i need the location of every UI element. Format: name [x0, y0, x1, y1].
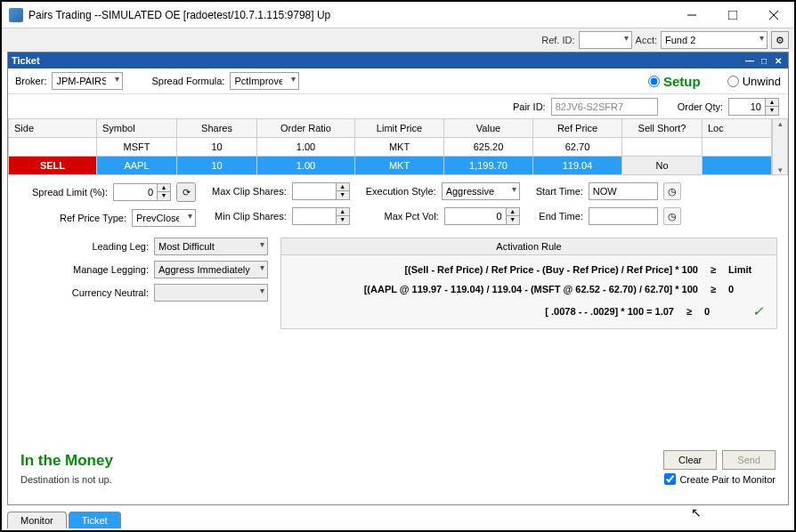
- acct-combo[interactable]: [661, 31, 768, 49]
- check-icon: ✓: [752, 303, 764, 319]
- exec-style-label: Execution Style:: [366, 186, 436, 197]
- clock-icon: ◷: [668, 211, 677, 222]
- col-loc[interactable]: Loc: [703, 118, 772, 138]
- col-side[interactable]: Side: [8, 118, 97, 138]
- clear-button[interactable]: Clear: [663, 450, 717, 470]
- money-status: In the Money: [20, 452, 113, 470]
- cell-side: SELL: [8, 157, 97, 175]
- unwind-radio-input[interactable]: [727, 76, 739, 87]
- destination-status: Destination is not up.: [20, 474, 664, 485]
- cell-symbol: AAPL: [97, 157, 177, 175]
- start-time-label: Start Time:: [536, 186, 583, 197]
- grid-scrollbar[interactable]: ▴▾: [772, 118, 788, 175]
- grid-header-row: Side Symbol Shares Order Ratio Limit Pri…: [8, 118, 772, 138]
- col-limit-price[interactable]: Limit Price: [355, 118, 444, 138]
- lower-area: Leading Leg: Manage Legging: Currency Ne…: [8, 234, 788, 333]
- end-time-clock-button[interactable]: ◷: [663, 207, 681, 225]
- bottom-tabs: Monitor Ticket: [7, 512, 123, 528]
- order-qty-field[interactable]: [728, 98, 766, 116]
- pair-row: Pair ID: Order Qty: ▲▼: [8, 93, 788, 118]
- max-clip-field[interactable]: [292, 182, 337, 200]
- ref-id-label: Ref. ID:: [541, 35, 574, 45]
- activation-rule-title: Activation Rule: [281, 238, 776, 255]
- pair-id-label: Pair ID:: [513, 101, 546, 112]
- panel-close-button[interactable]: ✕: [772, 54, 784, 67]
- refresh-button[interactable]: ⟳: [176, 182, 196, 202]
- panel-maximize-button[interactable]: □: [758, 54, 770, 67]
- panel-minimize-button[interactable]: —: [743, 54, 756, 67]
- spread-limit-label: Spread Limit (%):: [19, 187, 108, 197]
- cell-order-ratio: 1.00: [257, 138, 355, 157]
- manage-legging-label: Manage Legging:: [60, 264, 149, 275]
- max-clip-label: Max Clip Shares:: [212, 186, 287, 197]
- activation-op: ≥: [711, 284, 716, 294]
- close-button[interactable]: [753, 2, 794, 28]
- cell-value: 1,199.70: [444, 157, 533, 175]
- cell-shares: 10: [177, 138, 257, 157]
- end-time-label: End Time:: [539, 211, 583, 222]
- legs-grid: Side Symbol Shares Order Ratio Limit Pri…: [8, 118, 788, 175]
- cell-limit-price: MKT: [355, 157, 444, 175]
- tab-monitor[interactable]: Monitor: [7, 512, 67, 528]
- setup-radio[interactable]: Setup: [648, 74, 701, 89]
- minimize-button[interactable]: [671, 2, 712, 28]
- manage-legging-combo[interactable]: [154, 261, 268, 278]
- cell-loc: [703, 138, 772, 157]
- col-shares[interactable]: Shares: [177, 118, 257, 138]
- tab-ticket[interactable]: Ticket: [69, 512, 121, 528]
- max-pct-vol-field[interactable]: [444, 207, 507, 225]
- footer: In the Money Clear Send Destination is n…: [20, 450, 776, 485]
- settings-button[interactable]: ⚙: [771, 31, 789, 49]
- params-area: Spread Limit (%): ▲▼ ⟳ Ref Price Type: M…: [8, 175, 788, 234]
- activation-rhs: 0: [704, 306, 740, 317]
- leading-leg-combo[interactable]: [154, 238, 268, 255]
- create-pair-checkbox[interactable]: [664, 473, 676, 485]
- spread-formula-label: Spread Formula:: [151, 76, 224, 86]
- col-ref-price[interactable]: Ref Price: [533, 118, 622, 138]
- cell-loc: [703, 157, 772, 175]
- currency-neutral-combo[interactable]: [154, 284, 268, 302]
- exec-style-combo[interactable]: [442, 182, 520, 200]
- cell-limit-price: MKT: [355, 138, 444, 157]
- cell-ref-price: 119.04: [533, 157, 622, 175]
- start-time-field[interactable]: [589, 182, 658, 200]
- spread-limit-spinner[interactable]: ▲▼: [158, 183, 171, 201]
- min-clip-field[interactable]: [292, 207, 337, 225]
- max-pct-vol-label: Max Pct Vol:: [385, 211, 439, 222]
- end-time-field[interactable]: [589, 207, 658, 225]
- cell-ref-price: 62.70: [533, 138, 622, 157]
- refresh-icon: ⟳: [183, 187, 191, 198]
- min-clip-spinner[interactable]: ▲▼: [337, 207, 350, 225]
- broker-combo[interactable]: [52, 72, 123, 90]
- maximize-button[interactable]: [712, 2, 753, 28]
- col-value[interactable]: Value: [444, 118, 533, 138]
- cell-side: BUY: [8, 138, 97, 157]
- grid-row-buy[interactable]: BUY MSFT 10 1.00 MKT 625.20 62.70: [8, 138, 772, 157]
- col-symbol[interactable]: Symbol: [97, 118, 177, 138]
- unwind-radio[interactable]: Unwind: [727, 75, 781, 88]
- app-icon: [9, 8, 23, 22]
- create-pair-checkbox-row[interactable]: Create Pair to Monitor: [664, 473, 776, 485]
- order-qty-spinner[interactable]: ▲▼: [766, 98, 779, 116]
- start-time-clock-button[interactable]: ◷: [663, 182, 681, 200]
- grid-row-sell[interactable]: SELL AAPL 10 1.00 MKT 1,199.70 119.04 No: [8, 157, 772, 175]
- max-pct-vol-spinner[interactable]: ▲▼: [507, 207, 520, 225]
- cell-sell-short[interactable]: No: [622, 157, 703, 175]
- cell-shares: 10: [177, 157, 257, 175]
- col-order-ratio[interactable]: Order Ratio: [257, 118, 355, 138]
- activation-op: ≥: [686, 306, 692, 317]
- ref-price-type-combo[interactable]: [132, 209, 196, 227]
- activation-op: ≥: [711, 264, 716, 275]
- svg-rect-1: [728, 11, 737, 20]
- gear-icon: ⚙: [776, 35, 784, 46]
- window-titlebar: Pairs Trading --SIMULATED OE [radoetest/…: [2, 2, 794, 28]
- send-button[interactable]: Send: [722, 450, 776, 470]
- col-sell-short[interactable]: Sell Short?: [622, 118, 703, 138]
- spread-limit-field[interactable]: [113, 183, 158, 201]
- activation-rule-panel: Activation Rule [(Sell - Ref Price) / Re…: [280, 238, 777, 329]
- spread-formula-combo[interactable]: [230, 72, 299, 90]
- clock-icon: ◷: [668, 186, 677, 197]
- setup-radio-input[interactable]: [648, 76, 660, 87]
- max-clip-spinner[interactable]: ▲▼: [337, 182, 350, 200]
- ref-id-combo[interactable]: [579, 31, 632, 49]
